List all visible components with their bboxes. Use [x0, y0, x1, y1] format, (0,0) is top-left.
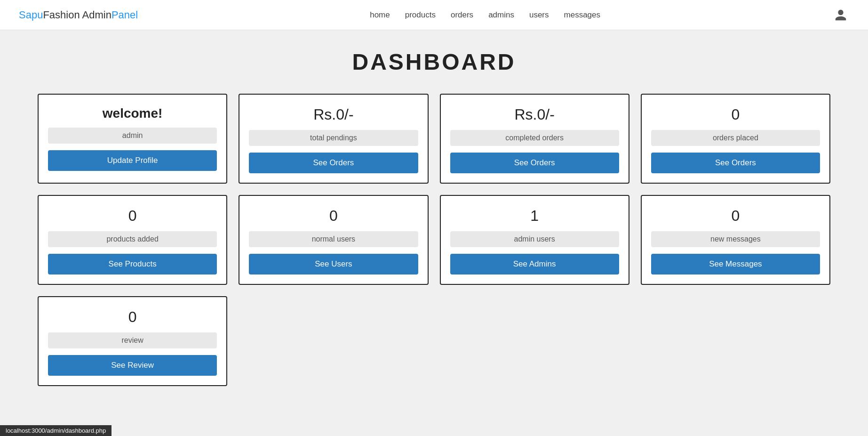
- cards-row-3: 0 review See Review: [38, 296, 830, 386]
- brand-admin: Admin: [80, 9, 111, 21]
- card-new-messages-label: new messages: [651, 231, 820, 247]
- brand-fashion: Fashion: [43, 9, 80, 21]
- nav-menu: home products orders admins users messag…: [370, 10, 600, 20]
- cards-row-1: welcome! admin Update Profile Rs.0/- tot…: [38, 94, 830, 184]
- brand-panel: Panel: [111, 9, 138, 21]
- card-new-messages: 0 new messages See Messages: [641, 195, 830, 285]
- page-title: DASHBOARD: [38, 49, 830, 75]
- status-bar: localhost:3000/admin/dashboard.php: [0, 425, 111, 436]
- card-welcome: welcome! admin Update Profile: [38, 94, 227, 184]
- card-orders-placed-label: orders placed: [651, 130, 820, 146]
- see-review-button[interactable]: See Review: [48, 355, 217, 376]
- see-products-button[interactable]: See Products: [48, 254, 217, 275]
- nav-link-users[interactable]: users: [529, 10, 549, 19]
- card-welcome-value: welcome!: [103, 106, 163, 121]
- brand-sapu: Sapu: [19, 9, 43, 21]
- user-avatar-button[interactable]: [832, 7, 849, 24]
- cards-row-2: 0 products added See Products 0 normal u…: [38, 195, 830, 285]
- nav-item-users[interactable]: users: [529, 10, 549, 20]
- card-pendings-label: total pendings: [249, 130, 418, 146]
- card-normal-users: 0 normal users See Users: [239, 195, 428, 285]
- main-content: DASHBOARD welcome! admin Update Profile …: [0, 30, 868, 405]
- see-messages-button[interactable]: See Messages: [651, 254, 820, 275]
- card-orders-placed: 0 orders placed See Orders: [641, 94, 830, 184]
- card-new-messages-value: 0: [731, 207, 740, 225]
- see-orders-button-2[interactable]: See Orders: [450, 153, 619, 173]
- status-url: localhost:3000/admin/dashboard.php: [6, 427, 106, 434]
- update-profile-button[interactable]: Update Profile: [48, 150, 217, 171]
- card-admin-users-label: admin users: [450, 231, 619, 247]
- card-review: 0 review See Review: [38, 296, 227, 386]
- card-review-value: 0: [128, 308, 137, 326]
- card-orders-placed-value: 0: [731, 106, 740, 123]
- card-total-pendings: Rs.0/- total pendings See Orders: [239, 94, 428, 184]
- card-admin-users-value: 1: [530, 207, 539, 225]
- card-pendings-value: Rs.0/-: [313, 106, 353, 123]
- card-products-added: 0 products added See Products: [38, 195, 227, 285]
- card-welcome-label: admin: [48, 128, 217, 144]
- card-products-value: 0: [128, 207, 137, 225]
- nav-item-products[interactable]: products: [405, 10, 436, 20]
- see-admins-button[interactable]: See Admins: [450, 254, 619, 275]
- card-completed-value: Rs.0/-: [514, 106, 554, 123]
- nav-link-products[interactable]: products: [405, 10, 436, 19]
- nav-link-admins[interactable]: admins: [488, 10, 514, 19]
- card-completed-orders: Rs.0/- completed orders See Orders: [440, 94, 629, 184]
- card-products-label: products added: [48, 231, 217, 247]
- user-icon: [834, 8, 847, 22]
- card-admin-users: 1 admin users See Admins: [440, 195, 629, 285]
- card-completed-label: completed orders: [450, 130, 619, 146]
- card-normal-users-value: 0: [329, 207, 338, 225]
- card-normal-users-label: normal users: [249, 231, 418, 247]
- brand-logo[interactable]: SapuFashion AdminPanel: [19, 9, 138, 21]
- nav-link-orders[interactable]: orders: [451, 10, 473, 19]
- nav-item-messages[interactable]: messages: [564, 10, 600, 20]
- see-orders-button-1[interactable]: See Orders: [249, 153, 418, 173]
- nav-link-messages[interactable]: messages: [564, 10, 600, 19]
- nav-item-home[interactable]: home: [370, 10, 390, 20]
- nav-link-home[interactable]: home: [370, 10, 390, 19]
- see-orders-button-3[interactable]: See Orders: [651, 153, 820, 173]
- see-users-button[interactable]: See Users: [249, 254, 418, 275]
- card-review-label: review: [48, 332, 217, 348]
- nav-item-orders[interactable]: orders: [451, 10, 473, 20]
- navbar: SapuFashion AdminPanel home products ord…: [0, 0, 868, 30]
- nav-item-admins[interactable]: admins: [488, 10, 514, 20]
